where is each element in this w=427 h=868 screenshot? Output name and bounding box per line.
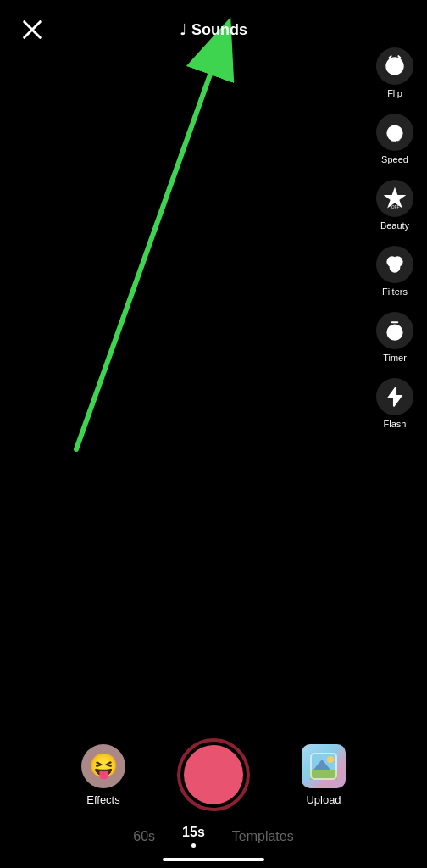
upload-button[interactable]: Upload [281, 744, 366, 806]
svg-point-8 [391, 263, 400, 272]
music-icon: ♩ [180, 20, 186, 39]
speed-button[interactable]: OFF Speed [373, 108, 417, 170]
flash-icon-circle [376, 378, 413, 415]
header: ♩ Sounds [0, 0, 427, 59]
effects-emoji-icon: 😝 [81, 744, 125, 788]
flash-button[interactable]: Flash [373, 373, 417, 434]
flip-label: Flip [387, 88, 402, 98]
svg-text:OFF: OFF [391, 137, 402, 142]
timer-icon-circle: 3 [376, 312, 413, 349]
controls-row: 😝 Effects [0, 738, 427, 811]
upload-icon [302, 744, 346, 788]
record-button-inner [184, 745, 243, 804]
flash-label: Flash [384, 419, 407, 429]
close-button[interactable] [17, 14, 47, 45]
mode-tabs: 60s 15s Templates [0, 825, 427, 848]
bottom-area: 😝 Effects [0, 682, 427, 868]
tab-15s[interactable]: 15s [182, 825, 205, 848]
home-indicator [163, 858, 264, 861]
upload-label: Upload [306, 793, 341, 806]
filters-button[interactable]: Filters [373, 241, 417, 302]
effects-button[interactable]: 😝 Effects [61, 744, 146, 806]
effects-label: Effects [86, 793, 120, 806]
record-button-wrapper [146, 738, 281, 811]
flip-icon-circle [376, 47, 413, 85]
speed-label: Speed [381, 154, 408, 164]
active-tab-indicator [191, 843, 196, 848]
record-button[interactable] [177, 738, 250, 811]
speed-icon-circle: OFF [376, 114, 413, 151]
svg-point-15 [327, 756, 334, 763]
beauty-button[interactable]: OFF Beauty [373, 175, 417, 236]
sounds-button[interactable]: ♩ Sounds [180, 20, 247, 39]
right-toolbar: Flip OFF Speed OFF Beauty [373, 42, 417, 434]
timer-button[interactable]: 3 Timer [373, 307, 417, 368]
filters-label: Filters [382, 287, 408, 297]
tab-templates[interactable]: Templates [232, 829, 294, 844]
svg-text:OFF: OFF [391, 205, 400, 209]
svg-line-12 [76, 75, 210, 449]
beauty-label: Beauty [380, 220, 409, 231]
sounds-label: Sounds [191, 21, 247, 39]
tab-60s[interactable]: 60s [133, 829, 155, 844]
filters-icon-circle [376, 246, 413, 283]
beauty-icon-circle: OFF [376, 180, 413, 217]
timer-label: Timer [383, 353, 407, 363]
flip-button[interactable]: Flip [373, 42, 417, 103]
